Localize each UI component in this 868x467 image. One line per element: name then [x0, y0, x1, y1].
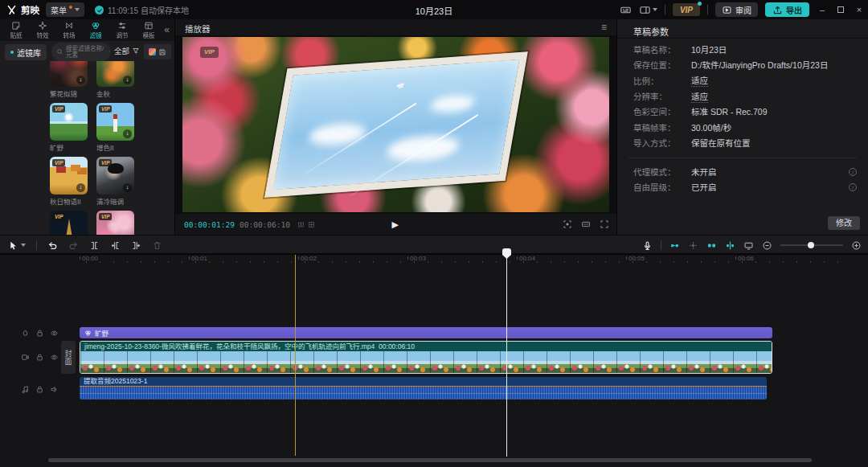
select-tool-button[interactable]: [8, 240, 26, 251]
tab-fx[interactable]: 特效: [31, 21, 55, 39]
collection-button[interactable]: [144, 44, 171, 59]
info-icon[interactable]: i: [849, 183, 857, 191]
ratio-icon[interactable]: [581, 219, 591, 229]
ruler-tick: [298, 256, 299, 260]
auto-snap-toggle[interactable]: [688, 240, 698, 251]
shortcut-keyboard-icon[interactable]: [620, 4, 632, 16]
record-voice-button[interactable]: [642, 240, 653, 251]
player-menu-icon[interactable]: ≡: [601, 22, 607, 33]
image-icon: [149, 48, 156, 55]
playhead-handle[interactable]: [502, 248, 511, 259]
filter-card[interactable]: VIP↓秋日物语II: [50, 157, 88, 204]
funnel-icon: [132, 47, 140, 55]
main-track-magnet-toggle[interactable]: [669, 240, 680, 251]
filter-thumbnail: VIP: [50, 103, 88, 141]
filter-card[interactable]: VIP旷野: [50, 103, 88, 150]
time-marker-line: [295, 255, 296, 456]
cover-button[interactable]: 封面: [61, 341, 76, 374]
tab-adjust[interactable]: 调节: [110, 21, 134, 39]
collapse-panel-icon[interactable]: «: [164, 24, 170, 35]
divider: [661, 240, 661, 250]
close-button[interactable]: ×: [854, 5, 865, 14]
trim-right-button[interactable]: [131, 240, 141, 251]
vip-badge: VIP: [99, 213, 112, 220]
eye-icon[interactable]: [50, 329, 59, 338]
audio-clip[interactable]: 提取音频20251023-1: [80, 377, 767, 399]
vip-badge: VIP: [99, 159, 112, 166]
linkage-toggle[interactable]: [706, 240, 717, 251]
delete-button[interactable]: [152, 240, 162, 251]
filter-all-dropdown[interactable]: 全部: [114, 45, 140, 56]
sidebar-item-filter-library[interactable]: 滤镜库: [5, 44, 47, 60]
filter-card[interactable]: VIP↓清冷暗调: [96, 157, 134, 204]
lock-icon[interactable]: [35, 353, 44, 362]
maximize-button[interactable]: [835, 5, 846, 14]
info-icon[interactable]: i: [849, 168, 857, 176]
ruler-tick: [407, 256, 408, 260]
fit-timeline-icon[interactable]: [743, 240, 754, 251]
filter-card[interactable]: ↓繁花似锦: [50, 61, 88, 96]
filter-card[interactable]: VIP↓增色II: [96, 103, 134, 150]
compare-icon[interactable]: [297, 221, 305, 228]
active-dot: [10, 51, 14, 54]
export-button[interactable]: 导出: [765, 2, 809, 17]
redo-button[interactable]: [68, 240, 79, 251]
layout-switch-icon[interactable]: [639, 4, 657, 16]
filter-clip[interactable]: 旷野: [80, 327, 772, 338]
grid-icon[interactable]: [308, 221, 315, 228]
tab-filter[interactable]: 滤镜: [84, 21, 108, 39]
filter-grid-viewport: ↓繁花似锦↓金秋VIP旷野VIP↓增色IIVIP↓秋日物语IIVIP↓清冷暗调V…: [0, 61, 174, 235]
param-row: 分辨率：适应: [633, 88, 844, 104]
trim-left-button[interactable]: [110, 240, 121, 251]
video-clip[interactable]: jimeng-2025-10-23-8360-微风吹拂着鲜花，花朵和枝干随风飘扬…: [80, 341, 772, 374]
play-button[interactable]: ▶: [392, 219, 399, 230]
playhead-line[interactable]: [506, 249, 507, 457]
tab-template[interactable]: 模板: [137, 21, 161, 39]
filter-thumbnail: VIP↓: [96, 103, 134, 141]
search-icon: [56, 48, 63, 55]
undo-button[interactable]: [47, 240, 58, 251]
filter-card[interactable]: VIP: [96, 211, 134, 235]
video-clip-title: jimeng-2025-10-23-8360-微风吹拂着鲜花，花朵和枝干随风飘扬…: [80, 342, 772, 351]
airplane: [396, 83, 403, 87]
template-icon: [144, 21, 154, 31]
zoom-slider-handle[interactable]: [808, 242, 814, 248]
filter-card[interactable]: ↓金秋: [96, 61, 134, 96]
preview-quality-icon[interactable]: [563, 219, 572, 229]
filter-thumbnail: VIP↓: [96, 157, 134, 195]
ruler-tick: [735, 256, 736, 260]
review-button[interactable]: 审阅: [715, 2, 758, 17]
mute-icon[interactable]: [50, 385, 59, 394]
minimize-button[interactable]: –: [817, 5, 828, 14]
search-input[interactable]: 搜索滤镜名称/元素: [51, 43, 111, 61]
filter-icon: [91, 21, 100, 31]
vip-badge: VIP: [52, 213, 65, 220]
player-header: 播放器 ≡: [175, 19, 616, 35]
fullscreen-icon[interactable]: [600, 219, 609, 229]
split-button[interactable]: [89, 240, 100, 251]
eye-icon[interactable]: [50, 353, 59, 362]
filter-track-icon: [21, 329, 30, 338]
chevron-down-icon: [75, 8, 80, 11]
video-preview[interactable]: VIP: [182, 37, 609, 212]
tab-sticker[interactable]: 贴纸: [4, 21, 28, 39]
timeline[interactable]: 00:0000:0100:0200:0300:0400:0500:06 封面 旷…: [0, 255, 868, 467]
zoom-in-icon[interactable]: [851, 240, 862, 251]
vip-badge[interactable]: VIP: [673, 3, 700, 16]
timeline-scrollbar[interactable]: [48, 458, 812, 462]
lock-icon[interactable]: [35, 329, 44, 338]
audio-track-icon: [21, 385, 30, 394]
lock-icon[interactable]: [35, 385, 44, 394]
download-icon: ↓: [76, 76, 85, 84]
preview-axis-toggle[interactable]: [725, 240, 735, 251]
zoom-out-icon[interactable]: [762, 240, 772, 251]
timeline-toolbar: [0, 235, 868, 254]
menu-button[interactable]: 菜单: [46, 2, 84, 17]
filter-card[interactable]: VIP: [50, 211, 88, 235]
param-row: 草稿名称：10月23日: [633, 42, 844, 57]
tab-transition[interactable]: 转场: [57, 21, 81, 39]
timeline-zoom-slider[interactable]: [780, 244, 843, 246]
modify-button[interactable]: 修改: [828, 216, 860, 230]
player-title: 播放器: [185, 23, 211, 35]
download-icon: ↓: [123, 129, 132, 138]
